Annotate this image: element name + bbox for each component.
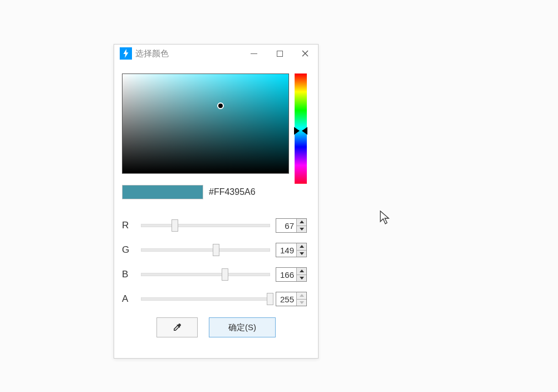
green-step-down[interactable]	[297, 251, 306, 257]
green-row: G	[122, 243, 310, 257]
red-input-group	[276, 218, 307, 233]
green-input-group	[276, 243, 307, 257]
close-icon	[302, 50, 309, 57]
alpha-row: A	[122, 292, 310, 306]
green-step-up[interactable]	[297, 243, 306, 251]
alpha-label: A	[122, 293, 134, 305]
blue-row: B	[122, 267, 310, 282]
red-row: R	[122, 218, 310, 233]
close-button[interactable]	[292, 45, 318, 62]
hex-value: #FF4395A6	[209, 187, 256, 197]
blue-step-down[interactable]	[297, 275, 306, 282]
alpha-slider[interactable]	[141, 293, 270, 305]
eyedropper-button[interactable]	[156, 317, 198, 337]
blue-slider[interactable]	[141, 268, 270, 281]
green-input[interactable]	[276, 243, 296, 257]
color-picker-dialog: 选择颜色 #FF4395A6	[114, 44, 319, 359]
alpha-step-up[interactable]	[297, 292, 306, 300]
ok-button[interactable]: 确定(S)	[209, 317, 276, 337]
red-label: R	[122, 220, 134, 231]
eyedropper-icon	[172, 322, 182, 332]
blue-label: B	[122, 269, 134, 280]
sv-cursor[interactable]	[217, 102, 224, 109]
alpha-input[interactable]	[276, 292, 296, 306]
alpha-input-group	[276, 292, 307, 306]
alpha-step-down[interactable]	[297, 300, 306, 306]
minimize-icon	[251, 53, 257, 54]
app-icon	[120, 47, 132, 60]
blue-input-group	[276, 267, 307, 282]
blue-step-up[interactable]	[297, 268, 306, 275]
green-slider[interactable]	[141, 244, 270, 256]
minimize-button[interactable]	[241, 45, 267, 62]
hue-slider[interactable]	[295, 74, 307, 184]
color-swatch	[122, 185, 203, 199]
maximize-icon	[277, 51, 283, 57]
ok-button-label: 确定(S)	[228, 322, 256, 333]
mouse-cursor	[380, 210, 391, 227]
red-slider[interactable]	[141, 219, 270, 232]
dialog-title: 选择颜色	[135, 48, 169, 59]
red-step-up[interactable]	[297, 219, 306, 226]
saturation-value-panel[interactable]	[122, 74, 289, 174]
titlebar: 选择颜色	[114, 45, 318, 62]
maximize-button[interactable]	[267, 45, 292, 62]
red-input[interactable]	[276, 219, 296, 232]
red-step-down[interactable]	[297, 226, 306, 233]
blue-input[interactable]	[276, 268, 296, 281]
green-label: G	[122, 244, 134, 256]
